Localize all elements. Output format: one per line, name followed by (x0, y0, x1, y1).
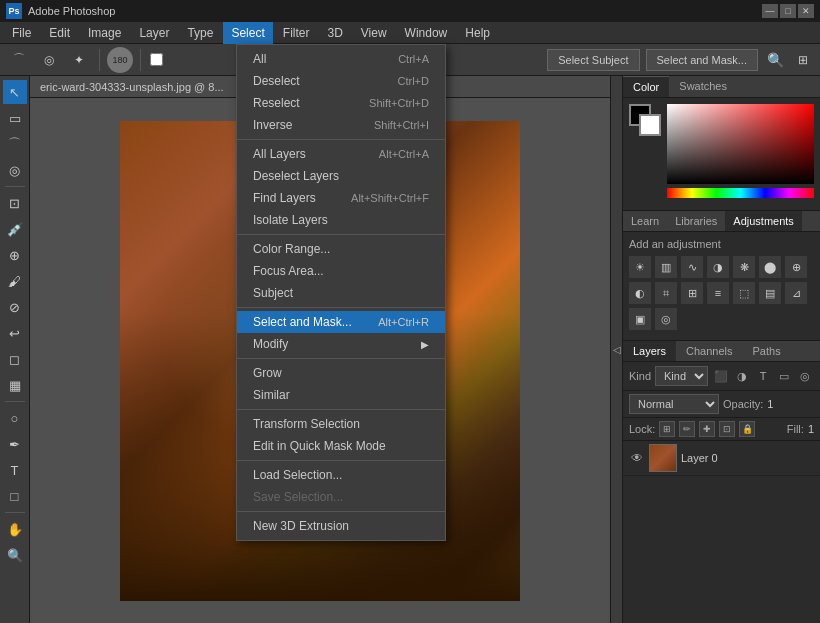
menu-subject-label: Subject (253, 286, 293, 300)
menu-reselect-shortcut: Shift+Ctrl+D (369, 97, 429, 109)
menu-isolate-layers[interactable]: Isolate Layers (237, 209, 445, 231)
menu-deselect-layers-label: Deselect Layers (253, 169, 339, 183)
menu-inverse[interactable]: Inverse Shift+Ctrl+I (237, 114, 445, 136)
menu-find-layers[interactable]: Find Layers Alt+Shift+Ctrl+F (237, 187, 445, 209)
menu-focus-area[interactable]: Focus Area... (237, 260, 445, 282)
menu-subject[interactable]: Subject (237, 282, 445, 304)
sep7 (237, 511, 445, 512)
menu-grow-label: Grow (253, 366, 282, 380)
dropdown-overlay[interactable]: All Ctrl+A Deselect Ctrl+D Reselect Shif… (0, 0, 820, 623)
menu-isolate-layers-label: Isolate Layers (253, 213, 328, 227)
menu-all-label: All (253, 52, 266, 66)
menu-select-and-mask-shortcut: Alt+Ctrl+R (378, 316, 429, 328)
menu-reselect-label: Reselect (253, 96, 300, 110)
menu-color-range[interactable]: Color Range... (237, 238, 445, 260)
select-dropdown-menu: All Ctrl+A Deselect Ctrl+D Reselect Shif… (236, 44, 446, 541)
menu-similar[interactable]: Similar (237, 384, 445, 406)
sep3 (237, 307, 445, 308)
menu-transform-selection-label: Transform Selection (253, 417, 360, 431)
menu-transform-selection[interactable]: Transform Selection (237, 413, 445, 435)
menu-reselect[interactable]: Reselect Shift+Ctrl+D (237, 92, 445, 114)
menu-quick-mask[interactable]: Edit in Quick Mask Mode (237, 435, 445, 457)
menu-all-layers-label: All Layers (253, 147, 306, 161)
menu-all-shortcut: Ctrl+A (398, 53, 429, 65)
menu-deselect-layers[interactable]: Deselect Layers (237, 165, 445, 187)
menu-save-selection: Save Selection... (237, 486, 445, 508)
menu-select-and-mask-label: Select and Mask... (253, 315, 352, 329)
menu-load-selection[interactable]: Load Selection... (237, 464, 445, 486)
menu-modify[interactable]: Modify ▶ (237, 333, 445, 355)
sep5 (237, 409, 445, 410)
menu-deselect-label: Deselect (253, 74, 300, 88)
menu-inverse-shortcut: Shift+Ctrl+I (374, 119, 429, 131)
menu-grow[interactable]: Grow (237, 362, 445, 384)
menu-save-selection-label: Save Selection... (253, 490, 343, 504)
menu-3d-extrusion[interactable]: New 3D Extrusion (237, 515, 445, 537)
menu-modify-label: Modify (253, 337, 288, 351)
sep1 (237, 139, 445, 140)
menu-3d-extrusion-label: New 3D Extrusion (253, 519, 349, 533)
sep4 (237, 358, 445, 359)
menu-load-selection-label: Load Selection... (253, 468, 342, 482)
menu-all-layers-shortcut: Alt+Ctrl+A (379, 148, 429, 160)
menu-find-layers-label: Find Layers (253, 191, 316, 205)
menu-quick-mask-label: Edit in Quick Mask Mode (253, 439, 386, 453)
menu-color-range-label: Color Range... (253, 242, 330, 256)
menu-all-layers[interactable]: All Layers Alt+Ctrl+A (237, 143, 445, 165)
sep6 (237, 460, 445, 461)
menu-find-layers-shortcut: Alt+Shift+Ctrl+F (351, 192, 429, 204)
menu-deselect[interactable]: Deselect Ctrl+D (237, 70, 445, 92)
menu-modify-arrow: ▶ (421, 339, 429, 350)
sep2 (237, 234, 445, 235)
menu-inverse-label: Inverse (253, 118, 292, 132)
menu-deselect-shortcut: Ctrl+D (398, 75, 429, 87)
menu-select-and-mask[interactable]: Select and Mask... Alt+Ctrl+R (237, 311, 445, 333)
menu-similar-label: Similar (253, 388, 290, 402)
menu-focus-area-label: Focus Area... (253, 264, 324, 278)
menu-all[interactable]: All Ctrl+A (237, 48, 445, 70)
